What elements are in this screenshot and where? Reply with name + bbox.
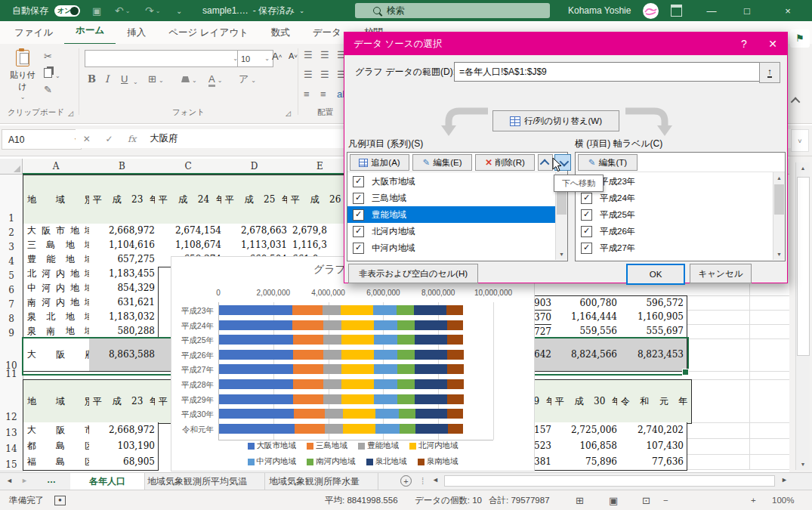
row-header-3[interactable]: 3 — [0, 238, 23, 254]
macro-record-icon[interactable]: ● — [54, 490, 66, 510]
hscroll-right-icon[interactable]: ► — [781, 476, 788, 484]
cell-B1[interactable]: 平 成 23 年 — [89, 175, 163, 225]
undo-icon[interactable]: ↶⌄ — [115, 0, 130, 21]
delete-series-button[interactable]: ✕削除(R) — [475, 154, 535, 171]
zoom-out-icon[interactable]: − — [663, 490, 668, 510]
series-item-北河内地域[interactable]: ✓北河内地域 — [347, 223, 555, 240]
hscroll-left-icon[interactable]: ◄ — [432, 476, 439, 484]
checkbox-icon[interactable]: ✓ — [353, 209, 364, 221]
zoom-in-icon[interactable]: + — [751, 490, 756, 510]
hidden-empty-cells-button[interactable]: 非表示および空白のセル(H) — [348, 264, 478, 283]
legend-item-大阪市地域[interactable]: 大阪市地域 — [248, 440, 297, 451]
scroll-up-icon[interactable]: ▲ — [796, 162, 810, 174]
italic-button[interactable]: I — [105, 74, 109, 84]
select-all-corner[interactable] — [0, 159, 23, 175]
maximize-button[interactable]: □ — [734, 0, 760, 21]
cell-D1[interactable]: 平 成 25 年 — [221, 175, 295, 225]
font-dialog-launcher-icon[interactable]: ◿ — [286, 109, 291, 119]
ribbon-tab-数式[interactable]: 数式 — [260, 21, 301, 44]
axis-scroll-down-icon[interactable]: ▼ — [773, 249, 785, 260]
save-icon[interactable]: ▣ — [92, 0, 101, 21]
legend-item-北河内地域[interactable]: 北河内地域 — [409, 440, 458, 451]
phonetic-guide-icon[interactable]: ア⌄ — [239, 74, 256, 85]
legend-item-三島地域[interactable]: 三島地域 — [307, 440, 347, 451]
row-header-1[interactable]: 1 — [0, 175, 23, 225]
cell-A2[interactable]: 大阪市地域 — [23, 224, 98, 239]
cell-B7[interactable]: 631,621 — [89, 295, 159, 311]
cell-I7[interactable]: 600,780 — [551, 295, 621, 311]
font-color-icon[interactable]: A⌄ — [208, 74, 222, 85]
cell-A4[interactable]: 豊 能 地 域 — [23, 252, 98, 267]
dialog-help-button[interactable]: ? — [730, 32, 758, 55]
series-item-三島地域[interactable]: ✓三島地域 — [347, 190, 555, 206]
cell-J12[interactable]: 令 和 元 年 — [617, 379, 692, 424]
legend-item-中河内地域[interactable]: 中河内地域 — [248, 456, 297, 467]
collapse-ribbon-icon[interactable] — [793, 94, 800, 107]
dialog-title-bar[interactable]: データ ソースの選択 — [344, 32, 787, 55]
legend-item-泉南地域[interactable]: 泉南地域 — [418, 456, 458, 467]
ribbon-display-options-icon[interactable] — [663, 0, 689, 21]
format-painter-icon[interactable]: ✎ — [44, 85, 52, 94]
checkbox-icon[interactable]: ✓ — [581, 226, 592, 237]
cell-B2[interactable]: 2,668,972 — [89, 224, 159, 239]
edit-series-button[interactable]: ✎編集(E) — [412, 154, 472, 171]
row-header-14[interactable]: 14 — [0, 438, 23, 456]
axis-item-平成26年[interactable]: ✓平成26年 — [576, 223, 773, 240]
checkbox-icon[interactable]: ✓ — [353, 193, 364, 204]
axis-list-scrollbar[interactable]: ▲ ▼ — [773, 172, 785, 260]
collapse-range-icon[interactable]: ↑ — [759, 62, 780, 83]
row-header-4[interactable]: 4 — [0, 252, 23, 268]
search-bar[interactable]: 検索 — [355, 3, 550, 18]
checkbox-icon[interactable]: ✓ — [353, 226, 364, 237]
horizontal-scroll-thumb[interactable] — [444, 475, 775, 487]
ribbon-tab-ページ レイアウト[interactable]: ページ レイアウト — [157, 21, 260, 44]
axis-item-平成25年[interactable]: ✓平成25年 — [576, 206, 773, 223]
status-count[interactable]: データの個数: 10 — [415, 490, 482, 510]
expand-formula-bar-icon[interactable]: ˅ — [791, 129, 809, 152]
checkbox-icon[interactable]: ✓ — [581, 209, 592, 221]
align-top-icon[interactable]: ☰ — [304, 50, 313, 60]
tab-scroll-left-icon[interactable]: ◄ — [6, 477, 13, 484]
axis-scroll-up-icon[interactable]: ▲ — [773, 172, 785, 184]
axis-item-平成23年[interactable]: ✓平成23年 — [576, 173, 773, 190]
ribbon-tab-挿入[interactable]: 挿入 — [116, 21, 157, 44]
copy-icon[interactable]: ⌄ — [44, 68, 60, 81]
chart-bar-平成29年[interactable] — [219, 394, 464, 404]
cell-J7[interactable]: 596,572 — [617, 295, 687, 311]
ink-flag-icon[interactable]: ⚑ — [790, 29, 810, 48]
document-title[interactable]: sample1.…- 保存済み⌄ — [202, 0, 304, 21]
new-sheet-icon[interactable]: + — [400, 475, 412, 487]
chart-bar-平成23年[interactable] — [219, 305, 463, 315]
insert-function-icon[interactable]: fx — [128, 134, 136, 144]
zoom-level[interactable]: 100% — [772, 490, 794, 510]
name-box[interactable]: A10▾ — [2, 129, 82, 150]
cell-A13[interactable]: 大 阪 市 — [23, 422, 98, 439]
user-name[interactable]: Kohama Yoshie — [568, 0, 631, 21]
status-average[interactable]: 平均: 8841998.556 — [325, 490, 398, 510]
fill-handle[interactable] — [682, 369, 689, 376]
row-header-8[interactable]: 8 — [0, 310, 23, 326]
chart-legend-row2[interactable]: 中河内地域南河内地域泉北地域泉南地域 — [171, 456, 534, 467]
series-item-大阪市地域[interactable]: ✓大阪市地域 — [347, 173, 555, 190]
bold-button[interactable]: B — [88, 74, 96, 84]
cell-A6[interactable]: 中河内地域 — [23, 281, 98, 296]
cell-J15[interactable]: 77,636 — [617, 454, 687, 471]
normal-view-icon[interactable]: ⊞ — [576, 490, 584, 510]
page-layout-view-icon[interactable]: ▣ — [609, 490, 618, 510]
chart-bar-平成26年[interactable] — [219, 350, 464, 360]
checkbox-icon[interactable]: ✓ — [353, 243, 364, 254]
underline-button[interactable]: U — [121, 74, 128, 84]
decrease-indent-icon[interactable]: ≡ — [304, 89, 310, 99]
cell-A1[interactable]: 地 域 別 — [23, 175, 98, 225]
cell-B12[interactable]: 平 成 23 年 — [89, 379, 163, 424]
borders-icon[interactable]: ⊞⌄ — [148, 74, 164, 85]
cell-I15[interactable]: 75,896 — [551, 454, 621, 471]
autosave-toggle[interactable]: オン — [54, 0, 80, 21]
cell-B15[interactable]: 68,905 — [89, 454, 159, 471]
chart-bar-平成27年[interactable] — [219, 364, 464, 374]
chart[interactable]: グラフ タイトル 02,000,0004,000,0006,000,0008,0… — [171, 256, 535, 471]
row-header-2[interactable]: 2 — [0, 224, 23, 240]
cell-D3[interactable]: 1,113,031 — [221, 238, 291, 253]
align-left-icon[interactable]: ☰ — [304, 70, 313, 79]
cell-B4[interactable]: 657,275 — [89, 252, 159, 267]
